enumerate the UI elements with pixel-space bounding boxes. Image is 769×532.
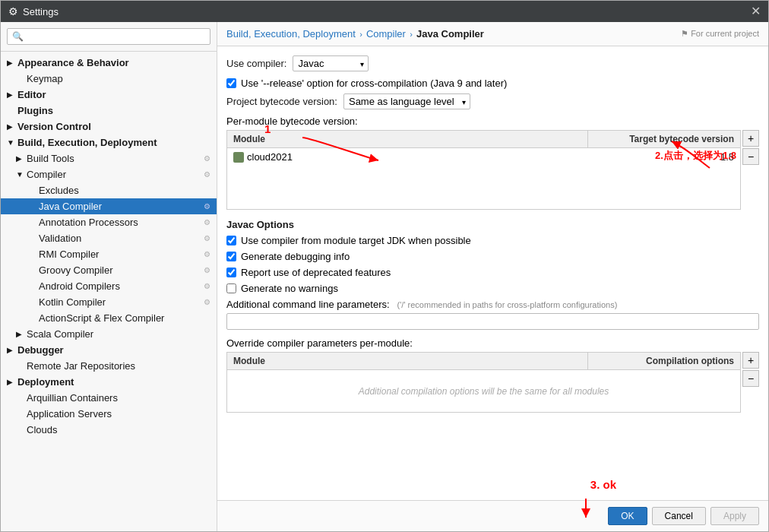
sidebar-item-label: Debugger bbox=[17, 344, 210, 356]
settings-icon: ⚙ bbox=[204, 202, 210, 211]
opt1-row: Use compiler from module target JDK when… bbox=[226, 235, 759, 246]
sidebar-item-label: Annotation Processors bbox=[39, 217, 204, 228]
expand-arrow: ▶ bbox=[7, 378, 16, 386]
opt1-checkbox[interactable] bbox=[226, 236, 236, 245]
bytecode-version-wrapper: Same as language level bbox=[343, 93, 470, 109]
breadcrumb: Build, Execution, Deployment › Compiler … bbox=[226, 28, 484, 40]
remove-row-button[interactable]: − bbox=[742, 148, 759, 165]
sidebar-tree: ▶ Appearance & Behavior Keymap ▶ Editor … bbox=[1, 52, 217, 531]
sidebar-item-label: Build Tools bbox=[27, 153, 204, 164]
settings-icon: ⚙ bbox=[204, 266, 210, 274]
breadcrumb-part3: Java Compiler bbox=[416, 28, 484, 40]
sidebar-item-remote-jar[interactable]: Remote Jar Repositories bbox=[1, 358, 217, 374]
settings-icon: ⚙ bbox=[204, 170, 210, 179]
sidebar-item-label: Kotlin Compiler bbox=[39, 296, 204, 308]
per-module-label: Per-module bytecode version: bbox=[226, 116, 759, 127]
version-cell[interactable]: 1.5 bbox=[588, 148, 740, 166]
content-area: ▶ Appearance & Behavior Keymap ▶ Editor … bbox=[1, 22, 768, 531]
for-project-label: ⚑ For current project bbox=[681, 29, 759, 39]
settings-icon: ⚙ bbox=[204, 154, 210, 163]
sidebar-item-actionscript[interactable]: ActionScript & Flex Compiler bbox=[1, 310, 217, 326]
use-compiler-select[interactable]: Javac bbox=[293, 55, 369, 71]
search-input[interactable] bbox=[7, 28, 210, 45]
expand-arrow: ▼ bbox=[7, 138, 16, 147]
opt3-checkbox[interactable] bbox=[226, 268, 236, 277]
override-remove-button[interactable]: − bbox=[742, 370, 759, 387]
override-table: Module Compilation options Additional co… bbox=[226, 352, 741, 413]
sidebar-item-label: Android Compilers bbox=[39, 280, 204, 292]
sidebar-item-label: Keymap bbox=[27, 73, 210, 84]
sidebar-item-label: ActionScript & Flex Compiler bbox=[39, 312, 210, 324]
sidebar-item-plugins[interactable]: Plugins bbox=[1, 103, 217, 119]
settings-dialog: ⚙ Settings ✕ ▶ Appearance & Behavior Key… bbox=[0, 0, 769, 532]
sidebar-item-keymap[interactable]: Keymap bbox=[1, 71, 217, 87]
opt4-checkbox[interactable] bbox=[226, 283, 236, 293]
sidebar-item-label: Appearance & Behavior bbox=[17, 57, 210, 68]
sidebar-item-label: Java Compiler bbox=[39, 201, 204, 212]
sidebar-item-validation[interactable]: Validation ⚙ bbox=[1, 230, 217, 246]
settings-icon: ⚙ bbox=[204, 250, 210, 258]
sidebar-item-label: Remote Jar Repositories bbox=[27, 360, 210, 372]
use-compiler-label: Use compiler: bbox=[226, 58, 286, 69]
settings-icon: ⚙ bbox=[204, 234, 210, 242]
sidebar-item-arquillian[interactable]: Arquillian Containers bbox=[1, 390, 217, 406]
override-table-empty: Additional compilation options will be t… bbox=[227, 370, 740, 412]
settings-icon: ⚙ bbox=[204, 282, 210, 290]
sidebar-item-app-servers[interactable]: Application Servers bbox=[1, 406, 217, 422]
module-table-container: Module Target bytecode version cloud2021 bbox=[226, 130, 759, 210]
sidebar-item-kotlin-compiler[interactable]: Kotlin Compiler ⚙ bbox=[1, 294, 217, 310]
sidebar-item-label: Compiler bbox=[27, 169, 204, 180]
sidebar-item-editor[interactable]: ▶ Editor bbox=[1, 87, 217, 103]
bytecode-version-row: Project bytecode version: Same as langua… bbox=[226, 93, 759, 109]
override-action-buttons: + − bbox=[742, 352, 759, 387]
override-table-outer: Module Compilation options Additional co… bbox=[226, 352, 759, 413]
sidebar-item-groovy-compiler[interactable]: Groovy Compiler ⚙ bbox=[1, 262, 217, 278]
sidebar-item-java-compiler[interactable]: Java Compiler ⚙ bbox=[1, 198, 217, 214]
sidebar-item-version-control[interactable]: ▶ Version Control bbox=[1, 119, 217, 135]
settings-icon: ⚙ bbox=[204, 218, 210, 226]
sidebar-item-debugger[interactable]: ▶ Debugger bbox=[1, 342, 217, 358]
app-icon: ⚙ bbox=[8, 5, 18, 17]
sidebar-item-appearance[interactable]: ▶ Appearance & Behavior bbox=[1, 55, 217, 71]
sidebar-item-scala-compiler[interactable]: ▶ Scala Compiler bbox=[1, 326, 217, 342]
table-body: cloud2021 1.5 bbox=[227, 148, 740, 209]
opt2-label: Generate debugging info bbox=[241, 251, 350, 262]
additional-params-input[interactable] bbox=[226, 313, 759, 330]
sidebar-item-label: RMI Compiler bbox=[39, 249, 204, 260]
sidebar-item-android-compilers[interactable]: Android Compilers ⚙ bbox=[1, 278, 217, 294]
bytecode-version-label: Project bytecode version: bbox=[226, 96, 337, 107]
javac-options-title: Javac Options bbox=[226, 219, 759, 230]
bytecode-version-select[interactable]: Same as language level bbox=[343, 93, 470, 109]
module-name: cloud2021 bbox=[247, 151, 293, 163]
override-add-button[interactable]: + bbox=[742, 352, 759, 369]
sidebar-item-rmi-compiler[interactable]: RMI Compiler ⚙ bbox=[1, 246, 217, 262]
close-icon[interactable]: ✕ bbox=[751, 5, 761, 17]
sidebar-item-label: Excludes bbox=[39, 185, 210, 196]
cancel-button[interactable]: Cancel bbox=[652, 507, 706, 525]
title-bar-left: ⚙ Settings bbox=[8, 5, 59, 17]
ok-button[interactable]: OK bbox=[608, 507, 647, 525]
breadcrumb-sep2: › bbox=[410, 30, 415, 39]
sidebar-item-excludes[interactable]: Excludes bbox=[1, 182, 217, 198]
sidebar-item-label: Editor bbox=[17, 89, 210, 100]
module-cell: cloud2021 bbox=[227, 148, 588, 166]
sidebar-item-compiler[interactable]: ▼ Compiler ⚙ bbox=[1, 166, 217, 182]
sidebar-item-label: Arquillian Containers bbox=[27, 392, 210, 404]
sidebar-item-build-exec[interactable]: ▼ Build, Execution, Deployment bbox=[1, 135, 217, 150]
sidebar-item-clouds[interactable]: Clouds bbox=[1, 422, 217, 438]
sidebar-item-build-tools[interactable]: ▶ Build Tools ⚙ bbox=[1, 150, 217, 166]
apply-button[interactable]: Apply bbox=[710, 507, 759, 525]
table-outer: Module Target bytecode version cloud2021 bbox=[226, 130, 759, 210]
module-table: Module Target bytecode version cloud2021 bbox=[226, 130, 741, 210]
sidebar-item-label: Version Control bbox=[17, 121, 210, 132]
title-bar: ⚙ Settings ✕ bbox=[1, 1, 768, 22]
additional-params-hint: ('/' recommended in paths for cross-plat… bbox=[397, 300, 618, 309]
opt2-checkbox[interactable] bbox=[226, 252, 236, 261]
sidebar-item-annotation-processors[interactable]: Annotation Processors ⚙ bbox=[1, 214, 217, 230]
use-release-checkbox[interactable] bbox=[226, 78, 236, 88]
add-row-button[interactable]: + bbox=[742, 130, 759, 147]
additional-params-label: Additional command line parameters: bbox=[226, 299, 390, 310]
sidebar-item-label: Deployment bbox=[17, 376, 210, 388]
sidebar-item-deployment[interactable]: ▶ Deployment bbox=[1, 374, 217, 390]
bottom-bar: 3. ok OK Cancel Apply bbox=[217, 500, 768, 531]
